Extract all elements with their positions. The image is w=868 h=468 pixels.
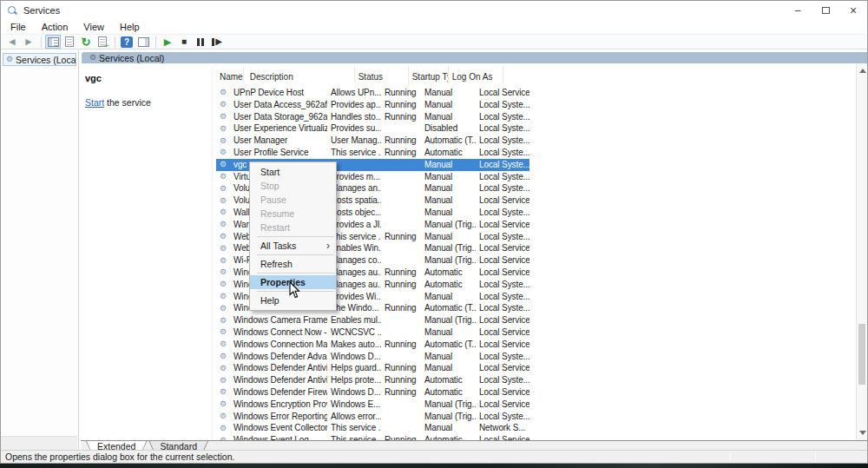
service-row[interactable]: ⚙Windows Connection Mana... Makes auto..…: [216, 339, 529, 351]
service-row[interactable]: ⚙User Profile Service This service ... R…: [216, 147, 529, 159]
restart-service-button[interactable]: ▶: [209, 35, 225, 49]
submenu-arrow-icon: ›: [326, 239, 330, 253]
service-row[interactable]: ⚙Windows Encryption Provid... Windows E.…: [216, 399, 529, 411]
service-status-cell: Running: [381, 279, 421, 291]
help-button[interactable]: ?: [119, 35, 135, 49]
service-logon-cell: Local Service: [476, 194, 529, 207]
context-menu-item[interactable]: Pause ›: [250, 193, 336, 207]
service-startup-cell: Manual: [421, 99, 476, 111]
properties-button[interactable]: [62, 35, 77, 49]
service-row[interactable]: ⚙User Data Storage_962af Handles sto... …: [216, 111, 529, 123]
menubar-item[interactable]: View: [76, 20, 112, 34]
service-description-cell: Provides ap...: [327, 99, 381, 111]
service-name-cell: Virtu: [233, 171, 251, 183]
service-row[interactable]: ⚙Windows Defender Advanc... Windows D...…: [216, 351, 529, 363]
service-gear-icon: ⚙: [220, 257, 231, 265]
service-row[interactable]: ⚙Windows Connect Now - C... WCNCSVC ... …: [216, 326, 529, 339]
tree-item-services-local[interactable]: ⚙ Services (Local): [3, 53, 76, 66]
console-tree-panel: ⚙ Services (Local): [1, 50, 79, 450]
service-status-cell: Running: [381, 362, 421, 374]
service-row[interactable]: ⚙Windows Event Collector This service ..…: [216, 422, 529, 434]
service-gear-icon: ⚙: [220, 280, 231, 288]
service-status-cell: [381, 159, 421, 171]
service-startup-cell: Automatic: [421, 374, 476, 386]
context-menu-item[interactable]: All Tasks ›: [250, 239, 336, 253]
column-header[interactable]: Startup Type: [409, 67, 449, 83]
service-row[interactable]: ⚙Windows Camera Frame Se... Enables mul.…: [216, 314, 529, 326]
forward-button[interactable]: ►: [21, 35, 36, 49]
close-button[interactable]: ×: [839, 1, 867, 20]
service-description-cell: Windows D...: [327, 351, 381, 363]
service-startup-cell: Manual (Trig...: [421, 254, 476, 267]
service-gear-icon: ⚙: [220, 89, 231, 96]
service-status-cell: [381, 314, 421, 326]
back-icon: ◄: [7, 36, 17, 47]
scrollbar-thumb[interactable]: [858, 324, 865, 385]
service-row[interactable]: ⚙User Experience Virtualizati... Provide…: [216, 122, 529, 135]
export-list-button[interactable]: →: [95, 35, 110, 49]
back-button[interactable]: ◄: [4, 35, 20, 49]
service-status-cell: Running: [381, 386, 421, 399]
service-status-cell: [381, 182, 421, 194]
maximize-button[interactable]: [812, 1, 839, 20]
service-status-cell: Running: [381, 135, 421, 147]
context-menu-item[interactable]: ›: [257, 236, 334, 237]
service-row[interactable]: ⚙Windows Defender Antiviru... Helps prot…: [216, 374, 529, 386]
service-name-cell: Windows Defender Antiviru...: [233, 374, 327, 386]
show-action-pane-button[interactable]: [135, 35, 151, 49]
menu-bar: FileActionViewHelp: [1, 20, 867, 34]
service-row[interactable]: ⚙Windows Defender Firewall Windows D... …: [216, 386, 529, 399]
service-row[interactable]: ⚙Windows Defender Antiviru... Helps guar…: [216, 362, 529, 374]
column-header[interactable]: Log On As: [449, 67, 503, 83]
service-logon-cell: Local Syste...: [476, 111, 529, 123]
start-service-link[interactable]: Start: [85, 97, 104, 108]
menubar-item[interactable]: File: [3, 20, 34, 34]
context-menu-item[interactable]: ›: [257, 273, 334, 274]
service-gear-icon: ⚙: [220, 353, 231, 360]
column-header[interactable]: Status: [355, 67, 409, 83]
service-row[interactable]: ⚙Windows Event Log This service ... Runn…: [216, 434, 529, 440]
toolbar-separator: [115, 36, 115, 48]
service-description-cell: WCNCSVC ...: [327, 326, 381, 339]
service-row[interactable]: ⚙User Data Access_962af Provides ap... R…: [216, 99, 529, 111]
service-description-cell: User Manag...: [327, 135, 381, 147]
service-description-cell: Allows error...: [327, 411, 381, 423]
service-startup-cell: Manual: [421, 194, 476, 207]
service-gear-icon: ⚙: [220, 365, 231, 372]
menubar-item[interactable]: Help: [112, 20, 148, 34]
context-menu-item[interactable]: Resume ›: [250, 207, 336, 221]
menubar-item[interactable]: Action: [34, 20, 76, 34]
refresh-button[interactable]: ↻: [78, 35, 94, 49]
service-logon-cell: Local Service: [476, 314, 529, 326]
service-gear-icon: ⚙: [220, 161, 231, 168]
show-console-tree-button[interactable]: [45, 35, 61, 49]
service-row[interactable]: ⚙User Manager User Manag... Running Auto…: [216, 135, 529, 147]
service-startup-cell: Manual (Trig...: [421, 399, 476, 411]
view-tab-label: Extended: [97, 441, 135, 452]
service-row[interactable]: ⚙UPnP Device Host Allows UPn... Running …: [216, 87, 529, 99]
pause-service-button[interactable]: [193, 35, 208, 49]
scroll-down-icon[interactable]: [859, 431, 866, 435]
vertical-scrollbar[interactable]: [856, 63, 867, 440]
service-row[interactable]: ⚙Windows Error Reporting Se... Allows er…: [216, 411, 529, 423]
context-menu-item[interactable]: ›: [257, 254, 334, 255]
start-service-button[interactable]: ▶: [160, 35, 175, 49]
service-status-cell: Running: [381, 302, 421, 314]
scroll-up-icon[interactable]: [859, 69, 866, 73]
tree-item-label: Services (Local): [16, 55, 76, 65]
service-name-cell: User Profile Service: [233, 147, 308, 159]
context-menu-item[interactable]: Refresh ›: [250, 257, 336, 271]
context-menu-item[interactable]: Start ›: [250, 165, 336, 179]
column-header[interactable]: Name: [216, 67, 244, 83]
column-header[interactable]: Description: [244, 67, 355, 83]
minimize-button[interactable]: –: [784, 1, 812, 20]
service-description-cell: This service ...: [327, 434, 381, 440]
service-logon-cell: Local Syste...: [476, 159, 529, 171]
play-icon: ▶: [164, 37, 171, 47]
stop-service-button[interactable]: ■: [176, 35, 192, 49]
context-menu-item[interactable]: Stop ›: [250, 179, 336, 193]
service-logon-cell: Local Syste...: [476, 122, 529, 135]
service-logon-cell: Local Service: [476, 242, 529, 254]
context-menu-item[interactable]: Restart ›: [250, 221, 336, 234]
service-name-cell: Windows Defender Advanc...: [233, 351, 327, 363]
